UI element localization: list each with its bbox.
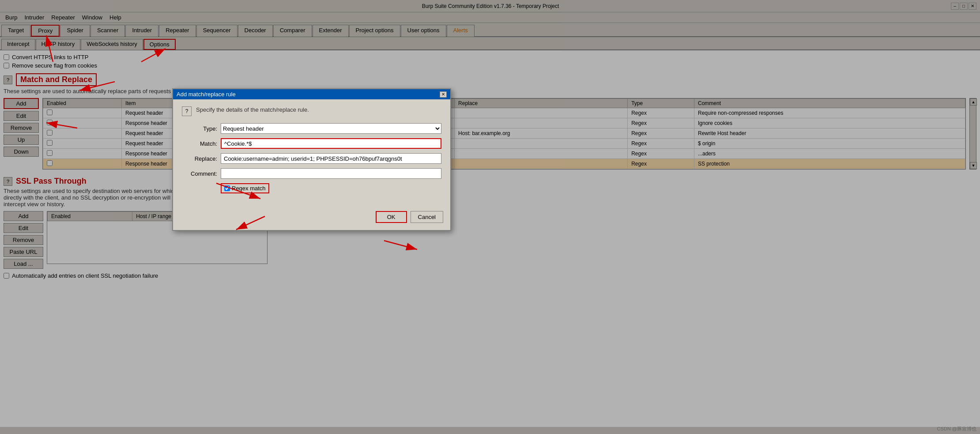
match-input[interactable] <box>221 138 441 149</box>
modal-title: Add match/replace rule <box>177 91 236 98</box>
replace-input[interactable] <box>221 153 441 164</box>
replace-row: Replace: <box>182 153 441 164</box>
modal-overlay: Add match/replace rule ✕ ? Specify the d… <box>0 0 980 427</box>
type-row: Type: Request header Response header Req… <box>182 123 441 134</box>
regex-checkbox[interactable] <box>224 185 230 191</box>
modal-body: ? Specify the details of the match/repla… <box>173 99 450 208</box>
modal-ok-button[interactable]: OK <box>376 211 407 223</box>
type-select[interactable]: Request header Response header Request b… <box>221 123 441 134</box>
comment-row: Comment: <box>182 168 441 179</box>
replace-label: Replace: <box>182 155 217 162</box>
comment-label: Comment: <box>182 170 217 177</box>
modal-help-button[interactable]: ? <box>182 106 192 116</box>
comment-input[interactable] <box>221 168 441 179</box>
modal-description: Specify the details of the match/replace… <box>196 106 309 113</box>
type-label: Type: <box>182 125 217 132</box>
watermark: CSDN @豚宣博也 <box>937 426 976 427</box>
modal-close-button[interactable]: ✕ <box>440 91 447 98</box>
regex-checkbox-row: Regex match <box>221 183 441 193</box>
match-row: Match: <box>182 138 441 149</box>
regex-box: Regex match <box>221 183 269 193</box>
modal-help-row: ? Specify the details of the match/repla… <box>182 106 441 116</box>
modal-titlebar: Add match/replace rule ✕ <box>173 89 450 99</box>
modal-button-row: OK Cancel <box>173 208 450 230</box>
regex-label: Regex match <box>232 185 266 192</box>
match-label: Match: <box>182 140 217 147</box>
modal-cancel-button[interactable]: Cancel <box>411 211 443 223</box>
add-match-replace-modal: Add match/replace rule ✕ ? Specify the d… <box>172 88 451 231</box>
